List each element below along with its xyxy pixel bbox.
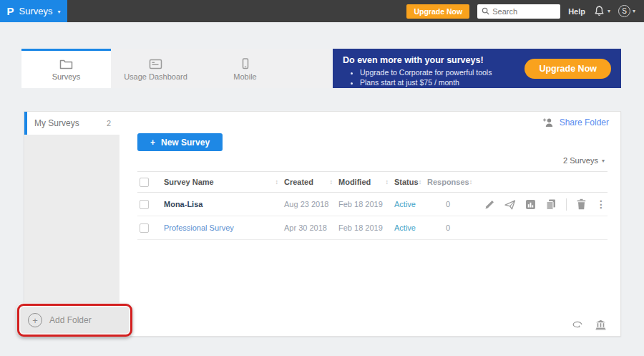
created-date: Aug 23 2018	[284, 200, 338, 208]
bell-icon	[593, 5, 605, 17]
table-header-row: Survey Name ↕ Created ↕ Modified ↕ Statu…	[137, 171, 608, 193]
tab-strip: Surveys Usage Dashboard Mobile	[21, 49, 331, 88]
tab-label: Usage Dashboard	[124, 72, 187, 81]
tab-usage-dashboard[interactable]: Usage Dashboard	[111, 49, 200, 88]
notifications-menu[interactable]: ▾	[593, 5, 610, 17]
status-badge[interactable]: Active	[394, 200, 416, 208]
bank-icon	[595, 319, 606, 330]
tab-mobile[interactable]: Mobile	[200, 49, 290, 88]
chevron-down-icon: ▾	[633, 8, 635, 14]
tabs-and-banner: Surveys Usage Dashboard Mobile Do even m…	[21, 49, 621, 88]
new-survey-label: New Survey	[161, 138, 210, 148]
tab-label: Surveys	[52, 72, 81, 81]
tab-strip-filler	[290, 49, 331, 88]
survey-count-dropdown[interactable]: 2 Surveys ▾	[563, 156, 605, 165]
reports-button[interactable]	[525, 199, 536, 210]
sort-icon[interactable]: ↕	[386, 178, 389, 186]
topbar-actions: Upgrade Now Help ▾ S ▾	[406, 4, 644, 19]
sort-icon[interactable]: ↕	[469, 178, 473, 186]
table-row: Professional Survey Apr 30 2018 Feb 18 2…	[137, 216, 608, 240]
annotation-highlight-box: + Add Folder	[17, 304, 132, 337]
copy-icon	[545, 198, 557, 210]
more-actions-button[interactable]: ⋮	[596, 198, 606, 210]
upgrade-now-button[interactable]: Upgrade Now	[406, 4, 469, 19]
sort-icon[interactable]: ↕	[419, 178, 422, 186]
responses-count: 0	[427, 223, 469, 232]
chevron-down-icon: ▾	[57, 9, 60, 15]
table-row: Mona-Lisa Aug 23 2018 Feb 18 2019 Active…	[137, 193, 608, 216]
status-badge[interactable]: Active	[394, 223, 416, 232]
panel-footer-tools	[572, 319, 606, 330]
modified-date: Feb 18 2019	[338, 223, 394, 232]
edit-button[interactable]	[484, 199, 495, 210]
folder-label: My Surveys	[34, 118, 79, 128]
column-header-status: Status	[394, 178, 419, 186]
help-link[interactable]: Help	[568, 7, 585, 16]
add-folder-button[interactable]: + Add Folder	[19, 313, 130, 327]
banner-bullet: Plans start at just $75 / month	[360, 78, 611, 87]
archive-button[interactable]	[595, 319, 606, 330]
restore-button[interactable]	[572, 320, 583, 329]
send-button[interactable]	[504, 199, 516, 210]
surveys-panel: My Surveys 2 Share Folder + New Survey 2…	[24, 111, 621, 337]
bar-chart-icon	[525, 199, 536, 210]
new-survey-button[interactable]: + New Survey	[137, 133, 223, 151]
survey-name-link[interactable]: Mona-Lisa	[164, 200, 203, 208]
column-header-modified: Modified	[338, 178, 371, 186]
sort-icon[interactable]: ↕	[275, 178, 279, 186]
column-header-survey-name: Survey Name	[164, 178, 214, 186]
loop-arrow-icon	[572, 320, 583, 329]
row-checkbox[interactable]	[140, 200, 149, 209]
banner-upgrade-button[interactable]: Upgrade Now	[525, 59, 611, 79]
top-bar: P Surveys ▾ Upgrade Now Help ▾ S ▾	[0, 0, 644, 22]
account-menu[interactable]: S ▾	[618, 5, 635, 17]
app-logo: P	[7, 5, 14, 17]
chevron-down-icon: ▾	[602, 158, 605, 164]
survey-count-label: 2 Surveys	[563, 156, 598, 165]
folders-sidebar: My Surveys 2	[24, 112, 119, 336]
module-switcher[interactable]: P Surveys ▾	[0, 0, 67, 22]
share-folder-link[interactable]: Share Folder	[560, 117, 609, 128]
search-icon	[482, 6, 489, 16]
responses-count: 0	[427, 200, 469, 208]
created-date: Apr 30 2018	[284, 223, 338, 232]
modified-date: Feb 18 2019	[338, 200, 394, 208]
trash-icon	[576, 198, 587, 210]
chevron-down-icon: ▾	[608, 8, 610, 14]
folder-icon	[59, 59, 73, 69]
row-checkbox[interactable]	[140, 223, 149, 233]
search-box	[477, 4, 560, 19]
mobile-icon	[240, 58, 251, 69]
add-folder-label: Add Folder	[49, 315, 92, 325]
actions-divider	[566, 198, 567, 211]
delete-button[interactable]	[576, 198, 587, 210]
plus-icon: +	[150, 138, 155, 148]
surveys-table: Survey Name ↕ Created ↕ Modified ↕ Statu…	[137, 171, 608, 240]
column-header-created: Created	[284, 178, 313, 186]
share-folder[interactable]: Share Folder	[542, 117, 609, 128]
avatar: S	[618, 5, 630, 17]
column-header-responses: Responses	[427, 178, 469, 186]
promo-banner: Do even more with your surveys! Upgrade …	[333, 49, 621, 88]
pencil-icon	[484, 199, 495, 210]
search-input[interactable]	[492, 7, 556, 16]
sort-icon[interactable]: ↕	[330, 178, 333, 186]
module-switcher-label: Surveys	[19, 6, 53, 16]
plus-circle-icon: +	[28, 313, 42, 327]
survey-name-link[interactable]: Professional Survey	[164, 223, 234, 232]
dashboard-icon	[149, 59, 162, 69]
share-folder-icon	[542, 117, 555, 128]
select-all-checkbox[interactable]	[140, 178, 149, 187]
tab-label: Mobile	[233, 72, 256, 81]
copy-button[interactable]	[545, 198, 557, 210]
paper-plane-icon	[504, 199, 516, 210]
tab-surveys[interactable]: Surveys	[21, 49, 111, 88]
sidebar-item-my-surveys[interactable]: My Surveys 2	[24, 112, 119, 135]
folder-count-badge: 2	[107, 119, 111, 128]
survey-list-area: Share Folder + New Survey 2 Surveys ▾ Su…	[119, 112, 620, 336]
